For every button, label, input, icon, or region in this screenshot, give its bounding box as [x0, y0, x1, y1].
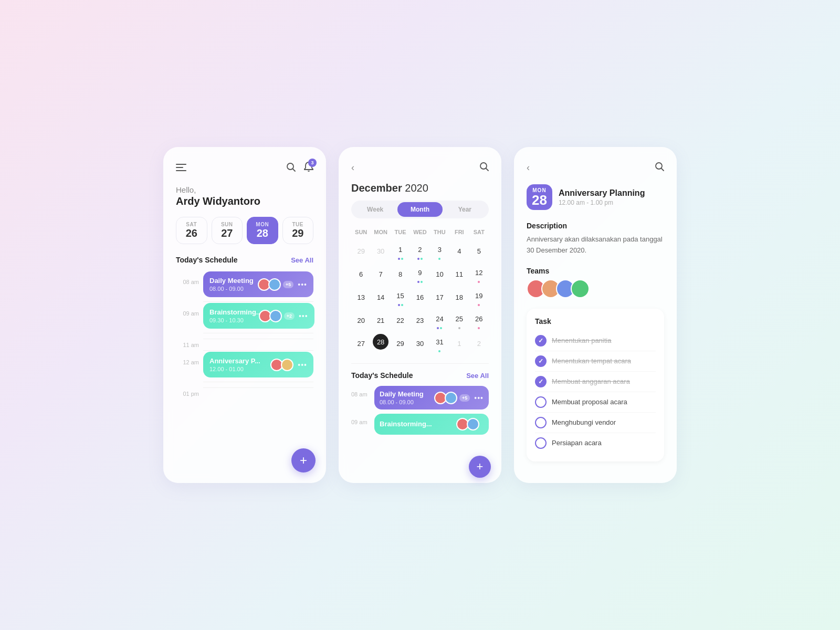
desc-title: Description	[527, 222, 664, 230]
avatar-count-meeting: +5	[283, 281, 293, 288]
anniversary-dots[interactable]: •••	[298, 361, 307, 369]
cal-12[interactable]: 12	[469, 262, 489, 286]
divider-01pm	[203, 382, 313, 382]
task-2[interactable]: Menentukan tempat acara	[535, 351, 656, 372]
cal-13[interactable]: 13	[351, 286, 371, 309]
cal-24[interactable]: 24	[430, 309, 449, 332]
calendar-grid: SUN MON TUE WED THU FRI SAT 29 30 1 2 3	[351, 227, 489, 355]
day-tue: TUE	[286, 222, 310, 227]
cal-26[interactable]: 26	[469, 309, 489, 332]
task-6[interactable]: Persiapan acara	[535, 433, 656, 453]
cal-3[interactable]: 3	[430, 239, 449, 262]
cal-2[interactable]: 2	[410, 239, 429, 262]
toggle-year[interactable]: Year	[443, 202, 487, 217]
tl-content-12: Anniversary P... 12.00 - 01.00 •••	[203, 352, 313, 380]
event-anniversary[interactable]: Anniversary P... 12.00 - 01.00 •••	[203, 352, 313, 377]
cal-see-all-btn[interactable]: See All	[466, 372, 489, 380]
toggle-week[interactable]: Week	[353, 202, 397, 217]
panel-detail: ‹ MON 28 Anniversary Planning 12.00 am -…	[514, 147, 677, 483]
task-check-2[interactable]	[535, 355, 547, 367]
add-event-fab[interactable]: +	[291, 448, 316, 472]
event-brainstorm[interactable]: Brainstorming... 09.30 - 10.30 +2 •••	[203, 303, 314, 329]
day-header-fri: FRI	[449, 227, 469, 239]
task-check-6[interactable]	[535, 437, 547, 449]
cal-18[interactable]: 18	[449, 286, 469, 309]
cal-17[interactable]: 17	[430, 286, 449, 309]
event-daily-meeting[interactable]: Daily Meeting 08.00 - 09.00 +5 •••	[203, 271, 313, 297]
date-sun[interactable]: SUN 27	[212, 217, 243, 244]
cal-slot-08am: 08 am Daily Meeting 08.00 - 09.00 +5 •••	[351, 386, 489, 410]
date-mon[interactable]: MON 28	[247, 217, 278, 244]
cal-14[interactable]: 14	[371, 286, 390, 309]
cal-back-btn[interactable]: ‹	[351, 162, 354, 173]
tl-content-01pm	[203, 383, 313, 392]
cal-8[interactable]: 8	[391, 262, 410, 286]
cal-11[interactable]: 11	[449, 262, 469, 286]
cal-6[interactable]: 6	[351, 262, 371, 286]
cal-15[interactable]: 15	[391, 286, 410, 309]
cal-25[interactable]: 25	[449, 309, 469, 332]
meeting-dots[interactable]: •••	[298, 280, 307, 289]
task-4[interactable]: Membuat proposal acara	[535, 392, 656, 413]
task-3[interactable]: Membuat anggaran acara	[535, 372, 656, 392]
cal-event-brainstorm[interactable]: Brainstorming...	[374, 414, 489, 435]
cal-search-icon[interactable]	[479, 162, 489, 174]
event-main-title: Anniversary Planning	[559, 188, 664, 198]
cal-add-fab[interactable]: +	[469, 456, 491, 478]
task-1[interactable]: Menentukan panitia	[535, 331, 656, 351]
task-check-3[interactable]	[535, 376, 547, 387]
cal-1[interactable]: 1	[391, 239, 410, 262]
search-icon[interactable]	[286, 162, 296, 174]
num-26: 26	[180, 227, 204, 239]
cal-5[interactable]: 5	[469, 239, 489, 262]
brainstorm-dots[interactable]: •••	[299, 312, 308, 320]
cal-2-next[interactable]: 2	[469, 332, 489, 355]
cal-7[interactable]: 7	[371, 262, 390, 286]
date-sat[interactable]: SAT 26	[176, 217, 207, 244]
date-tue[interactable]: TUE 29	[282, 217, 314, 244]
cal-1-next[interactable]: 1	[449, 332, 469, 355]
cal-22[interactable]: 22	[391, 309, 410, 332]
event-info-anniversary: Anniversary P... 12.00 - 01.00	[209, 357, 274, 372]
tl-content-09: Brainstorming... 09.30 - 10.30 +2 •••	[203, 303, 314, 331]
cal-23[interactable]: 23	[410, 309, 429, 332]
cal-20[interactable]: 20	[351, 309, 371, 332]
cal-30-prev[interactable]: 30	[371, 239, 390, 262]
cal-meeting-title: Daily Meeting	[380, 390, 437, 398]
cal-28-today[interactable]: 28	[371, 332, 390, 355]
task-check-1[interactable]	[535, 335, 547, 346]
detail-header: ‹	[527, 162, 664, 174]
month-year-title: December 2020	[351, 182, 489, 194]
cal-meeting-dots[interactable]: •••	[474, 394, 484, 402]
cal-27[interactable]: 27	[351, 332, 371, 355]
cal-16[interactable]: 16	[410, 286, 429, 309]
see-all-btn[interactable]: See All	[291, 256, 313, 264]
cal-10[interactable]: 10	[430, 262, 449, 286]
cal-4[interactable]: 4	[449, 239, 469, 262]
cal-schedule-title: Today's Schedule	[351, 371, 413, 380]
detail-search-icon[interactable]	[655, 162, 664, 174]
cal-31[interactable]: 31	[430, 332, 449, 355]
cal-row-3: 13 14 15 16 17 18 19	[351, 286, 489, 309]
cal-event-daily-meeting[interactable]: Daily Meeting 08.00 - 09.00 +5 •••	[374, 386, 489, 410]
task-5[interactable]: Menghubungi vendor	[535, 413, 656, 433]
cal-29-prev[interactable]: 29	[351, 239, 371, 262]
panel1-topbar: 3	[176, 162, 313, 175]
task-check-4[interactable]	[535, 396, 547, 408]
cal-29[interactable]: 29	[391, 332, 410, 355]
toggle-month[interactable]: Month	[397, 202, 442, 217]
cal-row-5: 27 28 29 30 31 1 2	[351, 332, 489, 355]
bell-icon[interactable]: 3	[304, 162, 313, 175]
brainstorm-title: Brainstorming...	[209, 308, 262, 316]
brainstorm-avatars: +2	[262, 310, 295, 322]
cal-19[interactable]: 19	[469, 286, 489, 309]
cal-30[interactable]: 30	[410, 332, 429, 355]
meeting-avatars: +5	[261, 278, 293, 291]
event-info-brainstorm: Brainstorming... 09.30 - 10.30	[209, 308, 262, 323]
detail-back-btn[interactable]: ‹	[527, 162, 530, 173]
task-check-5[interactable]	[535, 417, 547, 428]
cal-9[interactable]: 9	[410, 262, 429, 286]
cal-21[interactable]: 21	[371, 309, 390, 332]
svg-point-5	[480, 163, 487, 169]
hamburger-icon[interactable]	[176, 163, 186, 174]
